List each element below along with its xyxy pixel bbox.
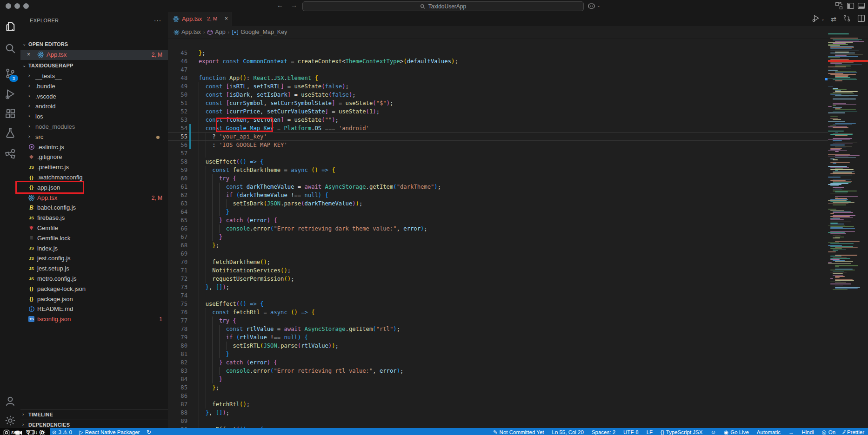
toggle-panel-icon[interactable]	[857, 2, 865, 10]
compare-changes-icon[interactable]: ⇄	[831, 15, 836, 23]
code-line-84[interactable]: }	[199, 375, 222, 383]
code-line-45[interactable]: };	[199, 49, 206, 57]
timeline-section[interactable]: › TIMELINE	[20, 409, 168, 420]
file-tree-item-index-js[interactable]: JSindex.js	[20, 244, 168, 254]
file-tree-item--eslintrc-js[interactable]: .eslintrc.js	[20, 142, 168, 152]
file-tree-item-package-lock-json[interactable]: {}package-lock.json	[20, 284, 168, 294]
file-tree-item--tests-[interactable]: ›__tests__	[20, 71, 168, 81]
file-tree-item-jest-config-js[interactable]: JSjest.config.js	[20, 253, 168, 264]
code-line-78[interactable]: const rtlValue = await AsyncStorage.getI…	[199, 325, 400, 333]
activity-explorer-icon[interactable]	[0, 17, 20, 36]
code-line-50[interactable]: const [isDark, setIsDark] = useState(fal…	[199, 91, 356, 99]
traffic-light-zoom[interactable]	[23, 3, 29, 9]
file-tree-item-metro-config-js[interactable]: JSmetro.config.js	[20, 274, 168, 284]
file-tree-item--bundle[interactable]: ›.bundle	[20, 81, 168, 92]
command-center-search[interactable]: TaxidoUserApp	[302, 1, 584, 11]
file-tree-item--prettierrc-js[interactable]: JS.prettierrc.js	[20, 162, 168, 172]
code-line-79[interactable]: if (rtlValue !== null) {	[199, 333, 308, 342]
code-line-63[interactable]: setIsDark(JSON.parse(darkThemeValue));	[199, 199, 362, 208]
file-tree-item-app-tsx[interactable]: App.tsx2, M	[20, 193, 168, 203]
code-editor[interactable]: 45};46export const CommonContext = creat…	[168, 37, 828, 435]
status-item--[interactable]: ↻	[147, 429, 151, 435]
activity-extensions-icon[interactable]	[0, 104, 20, 123]
run-code-icon[interactable]	[812, 14, 820, 24]
status-item--[interactable]: ☺	[710, 429, 716, 435]
open-editors-section[interactable]: ⌄ OPEN EDITORS	[20, 40, 168, 50]
activity-accounts-icon[interactable]	[0, 392, 20, 410]
status-item-spaces-2[interactable]: Spaces: 2	[592, 429, 615, 435]
explorer-more-actions-icon[interactable]: ···	[154, 17, 161, 24]
file-tree-item--gitignore[interactable]: .gitignore	[20, 152, 168, 162]
file-tree-item-babel-config-js[interactable]: Bbabel.config.js	[20, 203, 168, 213]
nav-back-icon[interactable]: ←	[275, 1, 285, 9]
file-tree-item-android[interactable]: ›android	[20, 101, 168, 112]
breadcrumb-item-app[interactable]: App	[207, 29, 225, 35]
code-line-75[interactable]: useEffect(() => {	[199, 300, 263, 308]
code-line-64[interactable]: }	[199, 208, 229, 216]
toggle-sidebar-icon[interactable]	[847, 2, 855, 10]
run-chevron-icon[interactable]: ⌄	[821, 17, 825, 21]
project-section-header[interactable]: ⌄ TAXIDOUSERAPP	[20, 61, 168, 71]
code-line-48[interactable]: function App(): React.JSX.Element {	[199, 74, 318, 82]
copilot-chevron-icon[interactable]: ⌄	[597, 3, 601, 8]
open-changes-icon[interactable]	[843, 14, 851, 24]
code-line-83[interactable]: console.error("Error retrieving rtl valu…	[199, 367, 403, 375]
file-tree-item-readme-md[interactable]: README.md	[20, 304, 168, 314]
status-item-go-live[interactable]: ◉Go Live	[724, 429, 749, 435]
status-item-typescript-jsx[interactable]: {}TypeScript JSX	[661, 429, 702, 435]
code-line-71[interactable]: NotificationServices();	[199, 266, 291, 275]
code-line-53[interactable]: const [token, setToken] = useState("");	[199, 116, 339, 124]
code-line-54[interactable]: const Google_Map_Key = Platform.OS === '…	[199, 124, 369, 132]
code-line-80[interactable]: setIsRTL(JSON.parse(rtlValue));	[199, 342, 339, 350]
activity-references-icon[interactable]	[0, 145, 20, 163]
minimap[interactable]	[828, 29, 868, 435]
code-line-81[interactable]: }	[199, 350, 229, 358]
code-line-62[interactable]: if (darkThemeValue !== null) {	[199, 191, 328, 199]
file-tree-item-package-json[interactable]: {}package.json	[20, 294, 168, 304]
traffic-light-minimize[interactable]	[14, 3, 20, 9]
tab-apptsx[interactable]: App.tsx 2, M ×	[168, 12, 232, 26]
code-line-85[interactable]: };	[199, 383, 219, 392]
code-line-70[interactable]: fetchDarkTheme();	[199, 258, 270, 266]
status-item-prettier[interactable]: ∕∕Prettier	[843, 429, 864, 435]
file-tree-item--vscode[interactable]: ›.vscode	[20, 92, 168, 102]
status-item-3-0-[interactable]: ↻3↓ 0↑	[26, 429, 45, 435]
file-tree-item-node-modules[interactable]: ›node_modules	[20, 122, 168, 132]
file-tree-item-jest-setup-js[interactable]: JSjest.setup.js	[20, 264, 168, 274]
file-tree-item-src[interactable]: ›src	[20, 132, 168, 142]
status-item-hindi[interactable]: Hindi	[801, 429, 814, 435]
activity-source-control-icon[interactable]: 3	[0, 64, 20, 83]
status-item-ln-55-col-20[interactable]: Ln 55, Col 20	[552, 429, 583, 435]
status-item-not-committed-yet[interactable]: ✎Not Committed Yet	[493, 429, 544, 435]
status-item--[interactable]: →	[788, 429, 794, 435]
status-item-automatic[interactable]: Automatic	[757, 429, 781, 435]
code-line-58[interactable]: useEffect(() => {	[199, 158, 263, 166]
code-line-76[interactable]: const fetchRtl = async () => {	[199, 308, 315, 316]
customize-layout-icon[interactable]	[835, 2, 843, 10]
status-item-lf[interactable]: LF	[647, 429, 653, 435]
activity-testing-icon[interactable]	[0, 124, 20, 142]
code-line-46[interactable]: export const CommonContext = createConte…	[199, 57, 458, 66]
code-line-72[interactable]: requestUserPermission();	[199, 275, 294, 283]
file-tree-item--watchmanconfig[interactable]: {}.watchmanconfig	[20, 172, 168, 183]
code-line-55[interactable]: ? 'your_api_key'	[199, 132, 267, 141]
code-line-59[interactable]: const fetchDarkTheme = async () => {	[199, 166, 335, 174]
breadcrumb-item-app.tsx[interactable]: App.tsx	[174, 29, 201, 35]
status-item-se-[interactable]: se*	[11, 429, 19, 435]
breadcrumb-item-google_map_key[interactable]: Google_Map_Key	[232, 29, 287, 35]
split-editor-icon[interactable]	[857, 14, 865, 24]
traffic-light-close[interactable]	[6, 3, 11, 9]
code-line-82[interactable]: } catch (error) {	[199, 358, 277, 367]
file-tree-item-gemfile[interactable]: Gemfile	[20, 223, 168, 233]
nav-forward-icon[interactable]: →	[289, 1, 299, 9]
code-line-67[interactable]: }	[199, 233, 222, 241]
status-item-3-0[interactable]: ⊘3 ⚠ 0	[52, 429, 72, 435]
code-line-51[interactable]: const [currSymbol, setCurrSymbolState] =…	[199, 99, 393, 107]
tab-close-icon[interactable]: ×	[225, 15, 228, 22]
activity-settings-icon[interactable]	[0, 411, 20, 430]
code-line-68[interactable]: };	[199, 241, 219, 250]
file-tree-item-tsconfig-json[interactable]: TStsconfig.json1	[20, 314, 168, 324]
code-line-77[interactable]: try {	[199, 316, 236, 325]
open-editor-item-apptsx[interactable]: × App.tsx 2, M	[20, 50, 168, 60]
close-icon[interactable]: ×	[27, 51, 30, 58]
